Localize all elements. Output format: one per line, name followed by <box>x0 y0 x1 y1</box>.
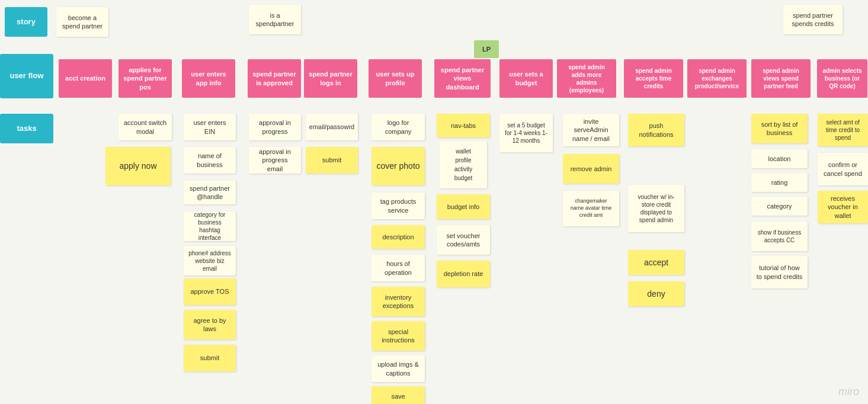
rating: rating <box>751 173 808 192</box>
spend-partner-handle: spend partner @handle <box>184 181 236 204</box>
hours-of-operation: hours of operation <box>371 255 425 281</box>
receives-voucher: receives voucher in wallet <box>818 191 868 223</box>
activity-item: activity <box>454 165 473 173</box>
submit-acct: submit <box>184 345 236 371</box>
tasks-label: tasks <box>0 114 53 143</box>
user-sets-up-profile-header: user sets up profile <box>369 59 422 98</box>
tag-products-service: tag products service <box>371 193 425 219</box>
description: description <box>371 225 425 249</box>
user-sets-budget-header: user sets a budget <box>499 59 553 98</box>
user-enters-ein: user enters EIN <box>184 114 236 140</box>
deny: deny <box>628 281 684 306</box>
spend-admin-exchanges-header: spend admin exchanges product/service <box>687 59 747 98</box>
approval-email: approval in progress email <box>249 147 301 174</box>
set-5-budget: set a 5 budget for 1-4 weeks 1-12 months <box>499 114 553 152</box>
user-enters-app-info-header: user enters app info <box>182 59 235 98</box>
depletion-rate: depletion rate <box>437 261 490 287</box>
phone-address: phone# address website biz email <box>184 246 236 275</box>
applies-spend-partner: applies for spend partner pos <box>118 59 172 98</box>
nav-tabs: nav-tabs <box>437 114 490 137</box>
accept: accept <box>628 250 684 275</box>
location: location <box>751 149 808 168</box>
lp-label: LP <box>474 40 499 58</box>
cover-photo: cover photo <box>371 147 425 185</box>
inventory-exceptions: inventory exceptions <box>371 287 425 316</box>
miro-logo: miro <box>838 386 859 398</box>
show-cc: show if business accepts CC <box>751 222 808 251</box>
spend-partner-approved-header: spend partner is approved <box>248 59 301 98</box>
budget-info: budget info <box>437 194 490 219</box>
miro-board: story become a spend partner is a spendp… <box>0 0 868 404</box>
acct-creation: acct creation <box>59 59 112 98</box>
user-flow-label: user flow <box>0 54 53 98</box>
agree-by-laws: agree to by laws <box>184 310 236 339</box>
spend-partner-views-dashboard-header: spend partner views dashboard <box>434 59 491 98</box>
profile-item: profile <box>455 156 471 164</box>
select-amt-time-credit: select amt of time credit to spend <box>818 114 868 146</box>
spend-admin-more-admins-header: spend admin adds more admins (employees) <box>557 59 616 98</box>
logo-company: logo for company <box>371 114 425 140</box>
nav-sub-items: wallet profile activity budget <box>440 141 487 188</box>
push-notifications: push notifications <box>628 114 684 146</box>
upload-imgs: upload imgs & captions <box>371 355 425 382</box>
approve-tos: approve TOS <box>184 278 236 305</box>
remove-admin: remove admin <box>563 154 619 184</box>
spend-partner-spends-credits: spend partner spends credits <box>783 5 843 34</box>
voucher-in-store: voucher w/ in-store credit displayed to … <box>628 185 684 232</box>
apply-now: apply now <box>105 147 171 185</box>
changemaker-name: changemaker name avatar time credit amt <box>563 191 619 226</box>
wallet-item: wallet <box>456 148 471 155</box>
admin-selects-business-header: admin selects business (or QR code) <box>817 59 867 98</box>
invite-serve-admin: invite serveAdmin name / email <box>563 114 619 146</box>
tutorial: tutorial of how to spend credits <box>751 256 808 288</box>
submit-login: submit <box>306 147 358 174</box>
special-instructions: special instructions <box>371 321 425 351</box>
sort-by-list: sort by list of business <box>751 114 808 143</box>
become-spend-partner: become a spend partner <box>56 7 108 37</box>
account-switch-modal: account switch modal <box>118 114 172 140</box>
email-password: email/passowrd <box>306 114 358 140</box>
category-hashtag: category for business hashtag interface <box>184 211 236 241</box>
confirm-cancel-spend: confirm or cancel spend <box>818 153 868 185</box>
category: category <box>751 197 808 216</box>
name-of-business: name of business <box>184 147 236 174</box>
story-label: story <box>5 7 47 37</box>
spend-admin-views-feed-header: spend admin views spend partner feed <box>751 59 811 98</box>
set-voucher-codes: set voucher codes/amts <box>437 225 490 255</box>
spend-partner-logs-in-header: spend partner logs in <box>304 59 357 98</box>
spend-admin-accepts-credits-header: spend admin accepts time credits <box>624 59 683 98</box>
is-spend-partner: is a spendpartner <box>249 5 301 34</box>
budget-item: budget <box>454 174 473 182</box>
save: save <box>371 386 425 404</box>
approval-in-progress: approval in progress <box>249 114 301 140</box>
